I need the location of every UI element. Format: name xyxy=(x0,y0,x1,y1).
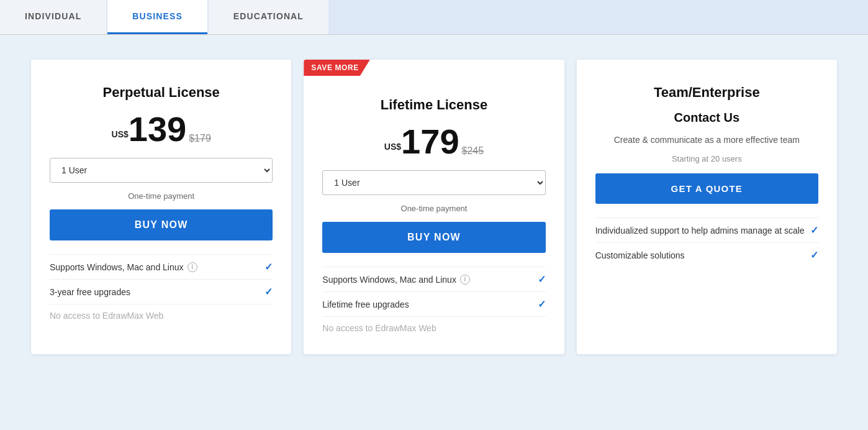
enterprise-feature-text-1: Customizable solutions xyxy=(595,250,685,260)
perpetual-feature-label-2: No access to EdrawMax Web xyxy=(50,311,163,321)
enterprise-feature-1: Customizable solutions ✓ xyxy=(595,242,818,267)
tab-business[interactable]: BUSINESS xyxy=(107,0,207,34)
contact-us-title: Contact Us xyxy=(595,111,818,125)
enterprise-feature-0: Individualized support to help admins ma… xyxy=(595,217,818,242)
info-icon-0[interactable]: i xyxy=(188,262,197,272)
lifetime-price-main: 179 xyxy=(401,122,459,161)
perpetual-feature-0: Supports Windows, Mac and Linux i ✓ xyxy=(50,254,273,279)
enterprise-check-icon-1: ✓ xyxy=(810,249,818,261)
check-icon-0: ✓ xyxy=(264,261,273,273)
lifetime-buy-button[interactable]: BUY NOW xyxy=(322,222,545,253)
lifetime-feature-text-2: No access to EdrawMax Web xyxy=(322,323,436,333)
enterprise-feature-label-0: Individualized support to help admins ma… xyxy=(595,226,805,236)
lifetime-user-select[interactable]: 1 User 2 Users 3 Users 5 Users xyxy=(322,170,545,195)
check-icon-1: ✓ xyxy=(264,286,273,298)
perpetual-price-main: 139 xyxy=(129,109,186,149)
lifetime-feature-text-0: Supports Windows, Mac and Linux xyxy=(322,275,456,285)
perpetual-feature-label-1: 3-year free upgrades xyxy=(50,287,130,297)
lifetime-feature-1: Lifetime free upgrades ✓ xyxy=(322,291,545,316)
lifetime-feature-label-2: No access to EdrawMax Web xyxy=(322,323,436,333)
perpetual-one-time-label: One-time payment xyxy=(50,191,273,201)
save-more-badge: SAVE MORE xyxy=(304,60,370,76)
perpetual-buy-button[interactable]: BUY NOW xyxy=(50,209,273,240)
enterprise-check-icon-0: ✓ xyxy=(810,224,818,236)
enterprise-card: Team/Enterprise Contact Us Create & comm… xyxy=(577,60,837,354)
perpetual-feature-2: No access to EdrawMax Web xyxy=(50,304,273,327)
perpetual-feature-label-0: Supports Windows, Mac and Linux i xyxy=(50,262,197,272)
lifetime-check-icon-1: ✓ xyxy=(538,298,546,310)
perpetual-feature-text-1: 3-year free upgrades xyxy=(50,287,130,297)
perpetual-feature-1: 3-year free upgrades ✓ xyxy=(50,279,273,304)
perpetual-currency: US$ xyxy=(112,129,129,139)
lifetime-currency: US$ xyxy=(384,142,401,152)
lifetime-check-icon-0: ✓ xyxy=(538,273,546,285)
get-quote-button[interactable]: GET A QUOTE xyxy=(595,173,818,204)
lifetime-feature-label-0: Supports Windows, Mac and Linux i xyxy=(322,275,470,285)
main-area: Perpetual License US$139$179 1 User 2 Us… xyxy=(0,35,868,379)
enterprise-description: Create & communicate as a more effective… xyxy=(595,134,818,147)
perpetual-title: Perpetual License xyxy=(50,85,273,101)
tabs-bar: INDIVIDUAL BUSINESS EDUCATIONAL xyxy=(0,0,868,35)
lifetime-feature-text-1: Lifetime free upgrades xyxy=(322,300,409,309)
enterprise-starting-label: Starting at 20 users xyxy=(595,154,818,163)
perpetual-user-select[interactable]: 1 User 2 Users 3 Users 5 Users xyxy=(50,158,273,183)
enterprise-title: Team/Enterprise xyxy=(595,85,818,101)
lifetime-license-card: SAVE MORE Lifetime License US$179$245 1 … xyxy=(304,60,564,354)
lifetime-price-original: $245 xyxy=(462,145,484,156)
cards-row: Perpetual License US$139$179 1 User 2 Us… xyxy=(31,60,837,354)
perpetual-feature-text-2: No access to EdrawMax Web xyxy=(50,311,163,321)
lifetime-title: Lifetime License xyxy=(322,97,545,113)
tab-individual[interactable]: INDIVIDUAL xyxy=(0,0,106,34)
lifetime-feature-0: Supports Windows, Mac and Linux i ✓ xyxy=(322,267,545,291)
perpetual-price-original: $179 xyxy=(189,133,211,144)
lifetime-price-area: US$179$245 xyxy=(322,124,545,159)
enterprise-feature-text-0: Individualized support to help admins ma… xyxy=(595,226,805,236)
lifetime-feature-label-1: Lifetime free upgrades xyxy=(322,300,409,309)
info-icon-lifetime-0[interactable]: i xyxy=(460,275,470,285)
lifetime-feature-2: No access to EdrawMax Web xyxy=(322,316,545,339)
tab-educational[interactable]: EDUCATIONAL xyxy=(209,0,328,34)
enterprise-feature-label-1: Customizable solutions xyxy=(595,250,685,260)
perpetual-feature-text-0: Supports Windows, Mac and Linux xyxy=(50,262,184,272)
lifetime-one-time-label: One-time payment xyxy=(322,204,545,213)
perpetual-price-area: US$139$179 xyxy=(50,112,273,147)
perpetual-license-card: Perpetual License US$139$179 1 User 2 Us… xyxy=(31,60,291,354)
